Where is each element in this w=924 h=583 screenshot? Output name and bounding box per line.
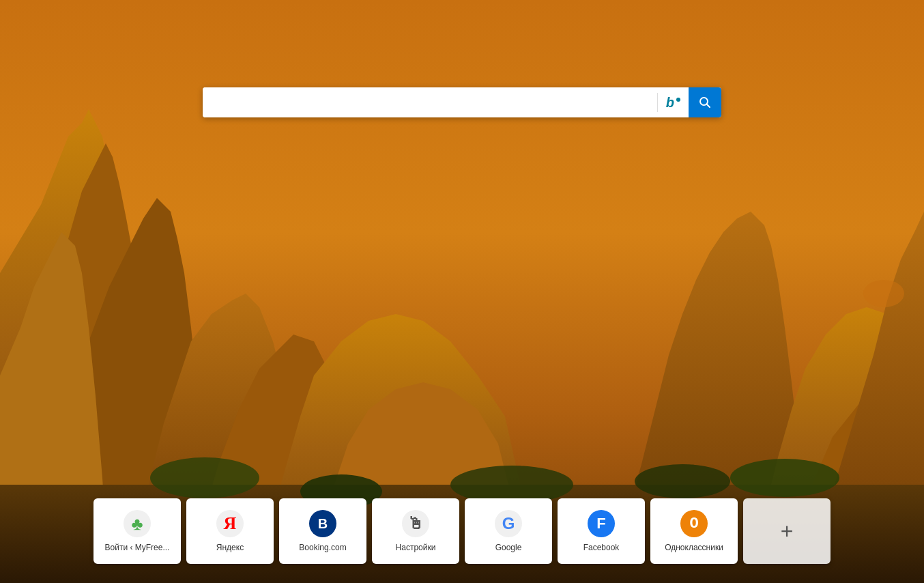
search-icon — [699, 96, 711, 109]
svg-line-21 — [707, 104, 710, 108]
bing-dot — [676, 98, 680, 102]
facebook-label: Facebook — [583, 543, 620, 552]
add-shortcut-tile[interactable]: + — [743, 498, 831, 564]
quick-link-booking[interactable]: B Booking.com — [279, 498, 366, 564]
quick-link-nastroyki[interactable]: 🖱 Настройки — [372, 498, 459, 564]
myfree-icon: ♣ — [124, 510, 151, 537]
add-plus-icon: + — [781, 519, 794, 544]
yandex-icon: Я — [216, 510, 244, 537]
nastroyki-label: Настройки — [396, 543, 436, 552]
nastroyki-icon: 🖱 — [402, 510, 429, 537]
search-button[interactable] — [689, 87, 721, 117]
ok-letter: О — [689, 515, 698, 532]
ok-icon: О — [680, 510, 708, 537]
quick-link-ok[interactable]: О Одноклассники — [650, 498, 738, 564]
bing-logo-area: b — [658, 95, 689, 111]
quick-link-myfree[interactable]: ♣ Войти ‹ MyFree... — [93, 498, 181, 564]
search-container: b — [203, 87, 721, 117]
quick-link-facebook[interactable]: F Facebook — [558, 498, 645, 564]
myfree-label: Войти ‹ MyFree... — [105, 543, 170, 552]
clover-icon: ♣ — [131, 513, 143, 535]
booking-icon: B — [309, 510, 336, 537]
search-bar: b — [203, 87, 721, 117]
yandex-label: Яндекс — [216, 543, 244, 552]
google-letter: G — [502, 514, 515, 533]
bing-logo: b — [666, 95, 674, 111]
quick-link-yandex[interactable]: Я Яндекс — [186, 498, 274, 564]
mouse-icon: 🖱 — [407, 514, 424, 533]
booking-label: Booking.com — [299, 543, 346, 552]
ok-label: Одноклассники — [665, 543, 723, 552]
svg-point-19 — [730, 459, 839, 497]
facebook-letter: F — [596, 515, 605, 532]
svg-point-13 — [863, 280, 904, 307]
quick-link-google[interactable]: G Google — [465, 498, 552, 564]
google-label: Google — [495, 543, 522, 552]
svg-point-15 — [150, 457, 259, 498]
google-icon: G — [495, 510, 522, 537]
quick-links-bar: ♣ Войти ‹ MyFree... Я Яндекс B Booking.c… — [93, 498, 831, 564]
yandex-letter: Я — [224, 513, 237, 534]
booking-letter: B — [318, 516, 328, 532]
facebook-icon: F — [588, 510, 615, 537]
search-input[interactable] — [203, 87, 657, 117]
svg-point-18 — [635, 464, 730, 498]
